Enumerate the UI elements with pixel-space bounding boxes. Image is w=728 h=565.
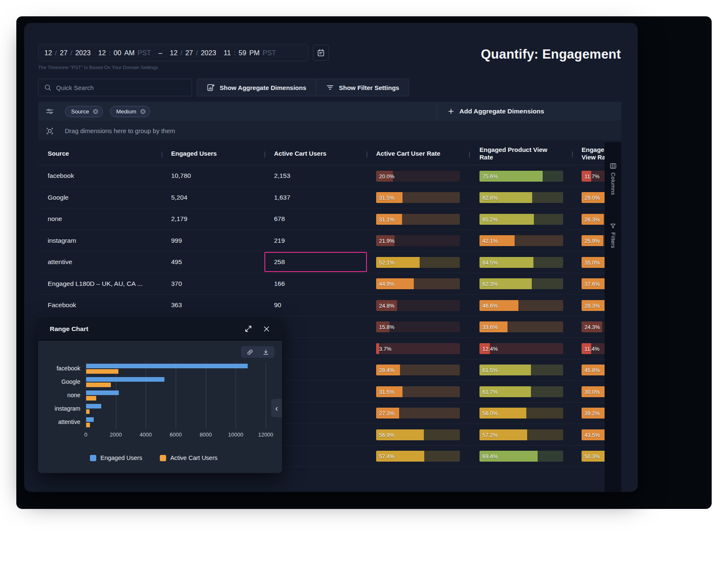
source-cell[interactable]: Engaged L180D – UK, AU, CA ... [48,273,143,295]
active-cart-users-cell[interactable]: 219 [274,230,285,252]
search-input[interactable] [56,84,186,91]
legend-swatch [160,455,166,461]
show-aggregate-dimensions-button[interactable]: Show Aggregate Dimensions [197,79,316,96]
engaged-users-cell[interactable]: 370 [171,273,182,295]
rate-bar-label: 61.7% [482,388,498,395]
column-header-label: View Ra [582,154,605,161]
x-tick-label: 12000 [258,431,273,438]
column-header-active-cart-users[interactable]: Active Cart Users [274,150,326,157]
sliders-icon [46,107,54,116]
column-header-active-cart-user-rate[interactable]: Active Cart User Rate [376,150,440,157]
active-cart-users-cell[interactable]: 166 [274,273,285,295]
table-row[interactable]: facebook10,7802,15320.0%75.6%11.7% [38,165,605,187]
columns-rail-tab[interactable]: Columns [605,162,621,195]
x-tick-label: 0 [84,431,87,438]
engaged-users-cell[interactable]: 363 [171,295,182,316]
engaged-view-rate-bar: 50.3% [582,451,605,462]
source-cell[interactable]: attentive [48,252,72,273]
chip-close-icon[interactable] [140,108,146,115]
column-header-engaged-users[interactable]: Engaged Users [171,150,217,157]
add-aggregate-dimensions-button[interactable]: Add Aggregate Dimensions [437,102,621,121]
table-row[interactable]: Google5,2041,63731.5%62.8%29.0% [38,187,605,209]
date-part: 27 [185,49,193,57]
column-header-source[interactable]: Source [48,150,69,157]
engaged-view-rate-bar: 25.9% [582,235,605,246]
rate-bar-label: 56.9% [379,431,395,438]
rate-bar-label: 65.2% [482,216,498,222]
engaged-product-view-rate-bar: 42.1% [479,235,563,246]
chip-close-icon[interactable] [92,108,99,115]
active-cart-user-rate-bar: 15.8% [376,321,460,332]
source-cell[interactable]: none [48,208,62,230]
filters-rail-tab[interactable]: Filters [605,223,621,248]
date-part: 2023 [201,49,216,57]
active-cart-users-cell[interactable]: 258 [274,252,285,273]
engaged-users-cell[interactable]: 495 [171,252,182,273]
date-part: / [180,49,182,57]
filters-funnel-icon [610,223,616,229]
date-part: PM [249,49,260,57]
table-row[interactable]: Engaged L180D – UK, AU, CA ...37016644.9… [38,273,605,295]
engaged-users-cell[interactable]: 5,204 [171,187,187,208]
chart-gridline [236,362,236,429]
link-icon[interactable] [242,347,258,357]
engaged-view-rate-bar: 35.0% [582,257,605,268]
legend-item-engaged-users[interactable]: Engaged Users [90,455,142,461]
date-range-input[interactable]: 12/27/202312:00AMPST–12/27/202311:59PMPS… [38,44,308,62]
engaged-users-cell[interactable]: 999 [171,230,182,252]
engaged-users-cell[interactable]: 2,179 [171,208,187,230]
table-row[interactable]: attentive49525852.1%64.5%35.0% [38,252,605,273]
show-filter-settings-button[interactable]: Show Filter Settings [316,79,409,96]
rate-bar-label: 24.8% [379,302,395,308]
rate-bar-label: 20.0% [379,173,395,179]
source-cell[interactable]: Facebook [48,295,76,316]
chip-medium[interactable]: Medium [110,106,150,117]
toolbar-buttons: Show Aggregate Dimensions Show Filter Se… [197,79,409,96]
close-icon[interactable] [259,322,274,336]
show-aggregate-dimensions-label: Show Aggregate Dimensions [220,84,306,91]
table-row[interactable]: instagram99921921.9%42.1%25.9% [38,230,605,252]
engaged-view-rate-bar: 45.8% [582,365,605,375]
source-cell[interactable]: instagram [48,230,76,252]
collapse-chevron-icon[interactable]: ‹ [271,399,282,417]
date-part: 2023 [75,49,91,57]
date-part: / [196,49,198,57]
chart-legend: Engaged UsersActive Cart Users [90,455,218,461]
calendar-button[interactable] [313,45,329,61]
active-cart-users-cell[interactable]: 1,637 [274,187,290,208]
download-icon[interactable] [258,347,274,357]
chart-gridline [206,362,206,429]
aggregate-dimensions-icon [207,83,215,92]
quick-search[interactable] [38,79,192,96]
rate-bar-label: 62.8% [482,195,498,201]
active-cart-users-cell[interactable]: 678 [274,208,285,230]
chart-bar-active-cart-users [86,423,90,427]
active-cart-user-rate-bar: 31.1% [376,214,460,225]
chart-bar-engaged-users [86,417,94,422]
rate-bar-label: 56.0% [482,410,498,416]
table-row[interactable]: none2,17967831.1%65.2%26.3% [38,208,605,230]
column-header-label: Engaged Users [171,150,217,157]
chart-bar-engaged-users [86,404,101,408]
engaged-product-view-rate-bar: 61.7% [479,386,563,397]
chip-source[interactable]: Source [65,106,103,117]
engaged-product-view-rate-bar: 62.3% [479,278,563,289]
range-chart-title: Range Chart [50,325,237,333]
rate-bar-label: 37.6% [584,281,600,287]
legend-item-active-cart-users[interactable]: Active Cart Users [160,455,218,461]
table-row[interactable]: Facebook3639024.8%46.6%28.3% [38,295,605,316]
active-cart-users-cell[interactable]: 2,153 [274,165,290,187]
active-cart-users-cell[interactable]: 90 [274,295,281,316]
source-cell[interactable]: Google [48,187,69,208]
rate-bar-label: 31.1% [379,216,395,222]
x-tick-label: 4000 [140,431,152,438]
expand-icon[interactable] [241,322,255,336]
group-by-drop-zone[interactable]: Drag dimensions here to group by them [38,121,621,140]
chart-category-label: attentive [38,419,80,425]
date-part: 11 [224,49,231,57]
column-header-engage[interactable]: EngageView Ra [582,146,605,161]
date-part: : [234,49,236,57]
column-header-engaged-product-view[interactable]: Engaged Product ViewRate [479,146,547,161]
engaged-users-cell[interactable]: 10,780 [171,165,191,187]
source-cell[interactable]: facebook [48,165,74,187]
